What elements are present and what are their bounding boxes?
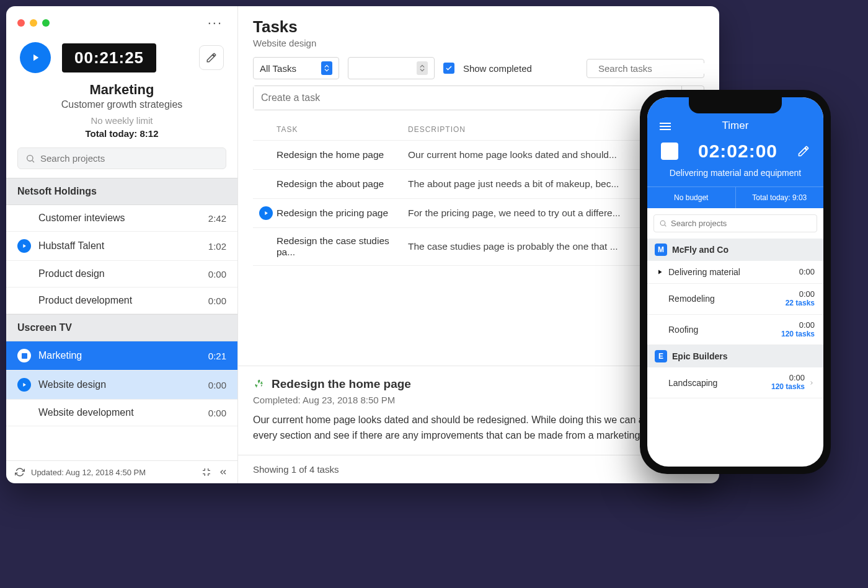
project-name: Customer inteviews xyxy=(38,213,125,224)
phone-header: Timer 02:02:00 Delivering material and e… xyxy=(647,97,823,208)
show-completed-checkbox[interactable] xyxy=(443,63,454,74)
timer-row: 00:21:25 xyxy=(6,31,237,79)
project-row[interactable]: Product design 0:00 xyxy=(6,261,237,287)
sidebar-footer: Updated: Aug 12, 2018 4:50 PM xyxy=(6,460,237,483)
phone-project-row[interactable]: Remodeling 0:0022 tasks xyxy=(647,284,823,315)
play-icon xyxy=(21,243,27,249)
project-time: 0:00 xyxy=(208,408,226,418)
search-icon xyxy=(25,154,35,164)
task-row[interactable]: Redesign the pricing page For the pricin… xyxy=(253,199,704,228)
detail-title: Redesign the home page xyxy=(272,377,411,391)
search-tasks-input[interactable] xyxy=(587,59,704,78)
page-title: Tasks xyxy=(253,17,704,37)
menu-button[interactable] xyxy=(660,121,671,132)
phone-project-row[interactable]: Landscaping 0:00120 tasks xyxy=(647,367,823,398)
project-name: Product design xyxy=(38,268,105,279)
project-name: Product development xyxy=(38,295,132,306)
task-row[interactable]: Redesign the about page The about page j… xyxy=(253,170,704,199)
stop-project-button[interactable] xyxy=(17,349,31,362)
project-time: 0:00 xyxy=(799,321,815,330)
pencil-icon xyxy=(206,52,217,63)
phone-group-header: E Epic Builders xyxy=(647,345,823,367)
minimize-window-button[interactable] xyxy=(30,19,37,27)
select-arrows-icon xyxy=(321,61,332,75)
edit-timer-button[interactable] xyxy=(797,145,810,157)
project-row[interactable]: Customer inteviews 2:42 xyxy=(6,205,237,232)
filter-row: All Tasks Show completed xyxy=(253,57,704,79)
check-icon xyxy=(445,64,453,72)
project-task-count: 120 tasks xyxy=(781,330,815,339)
weekly-limit-label: No weekly limit xyxy=(6,115,237,126)
group-name: Epic Builders xyxy=(672,351,727,361)
phone-search-input[interactable] xyxy=(653,214,817,232)
project-name: Hubstaff Talent xyxy=(38,240,104,252)
play-icon xyxy=(656,268,663,276)
task-row[interactable]: Redesign the case studies pa... The case… xyxy=(253,228,704,266)
active-project-subtitle: Customer growth strategies xyxy=(6,99,237,110)
sidebar: ··· 00:21:25 Marketing Customer growth s… xyxy=(6,6,238,483)
project-name: Delivering material xyxy=(668,267,799,277)
detail-body: Our current home page looks dated and sh… xyxy=(253,413,704,444)
task-table-header: TASK DESCRIPTION xyxy=(253,110,704,141)
task-filter-select[interactable]: All Tasks xyxy=(253,57,339,79)
project-row[interactable]: Website design 0:00 xyxy=(6,371,237,400)
edit-timer-button[interactable] xyxy=(199,45,224,70)
project-time: 0:00 xyxy=(208,380,226,390)
project-task-count: 22 tasks xyxy=(786,299,815,308)
project-group-header: Netsoft Holdings xyxy=(6,178,237,205)
phone-screen: Timer 02:02:00 Delivering material and e… xyxy=(647,97,823,467)
project-time: 1:02 xyxy=(208,241,226,252)
stop-timer-button[interactable] xyxy=(661,143,678,160)
project-row[interactable]: Hubstaff Talent 1:02 xyxy=(6,232,237,261)
secondary-filter-select[interactable] xyxy=(348,57,435,79)
col-task-header: TASK xyxy=(259,125,408,134)
task-name: Redesign the about page xyxy=(277,178,408,190)
project-time: 0:00 xyxy=(208,296,226,306)
svg-line-1 xyxy=(32,160,34,162)
task-row[interactable]: Redesign the home page Our current home … xyxy=(253,141,704,170)
select-value: All Tasks xyxy=(260,63,296,74)
play-project-button[interactable] xyxy=(17,239,31,253)
phone-project-row[interactable]: Roofing 0:00120 tasks xyxy=(647,315,823,346)
pencil-icon xyxy=(797,145,810,157)
group-name: McFly and Co xyxy=(672,245,728,255)
project-row[interactable]: Marketing 0:21 xyxy=(6,341,237,371)
collapse-icon[interactable] xyxy=(218,467,229,477)
phone-title: Timer xyxy=(722,120,749,132)
svg-line-5 xyxy=(665,225,666,226)
project-row[interactable]: Website development 0:00 xyxy=(6,400,237,426)
project-name: Remodeling xyxy=(656,294,786,304)
phone-subtitle: Delivering material and equipment xyxy=(657,168,813,178)
project-time: 0:00 xyxy=(799,290,815,299)
project-time: 0:00 xyxy=(799,268,815,277)
search-icon xyxy=(659,219,667,227)
window-controls: ··· xyxy=(6,6,237,31)
total-today-label: Total today: 8:12 xyxy=(6,128,237,139)
project-name: Roofing xyxy=(656,325,781,335)
refresh-icon[interactable] xyxy=(15,467,25,477)
project-time: 0:00 xyxy=(789,374,805,383)
group-badge: M xyxy=(655,244,667,256)
search-projects-input[interactable] xyxy=(17,147,226,169)
phone-project-row[interactable]: Delivering material 0:00 xyxy=(647,261,823,284)
project-time: 0:00 xyxy=(208,269,226,279)
play-task-button[interactable] xyxy=(259,206,273,220)
svg-point-0 xyxy=(27,155,33,160)
create-task-input[interactable]: + xyxy=(253,86,704,110)
maximize-window-button[interactable] xyxy=(42,19,50,27)
project-name: Marketing xyxy=(38,350,82,361)
minimize-icon[interactable] xyxy=(202,467,211,477)
phone-frame: Timer 02:02:00 Delivering material and e… xyxy=(640,90,831,474)
close-window-button[interactable] xyxy=(17,19,25,27)
play-project-button[interactable] xyxy=(17,378,31,392)
desktop-window: ··· 00:21:25 Marketing Customer growth s… xyxy=(6,6,719,483)
project-row[interactable]: Product development 0:00 xyxy=(6,287,237,314)
start-timer-button[interactable] xyxy=(20,42,51,73)
chevron-right-icon xyxy=(808,379,815,387)
select-arrows-icon xyxy=(417,61,428,75)
more-menu-icon[interactable]: ··· xyxy=(208,15,226,31)
play-icon xyxy=(263,210,269,216)
task-name: Redesign the home page xyxy=(277,149,408,160)
last-updated-label: Updated: Aug 12, 2018 4:50 PM xyxy=(31,468,146,477)
svg-point-4 xyxy=(660,221,665,226)
